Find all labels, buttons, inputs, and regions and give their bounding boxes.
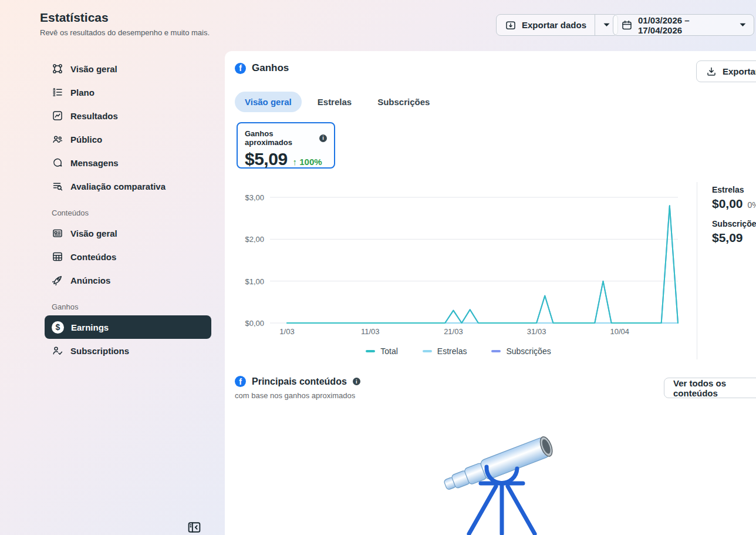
sidebar-item-anuncios[interactable]: Anúncios [45,268,211,292]
stars-line-swatch [423,350,432,352]
facebook-icon: f [235,63,246,74]
calendar-icon [621,19,633,31]
page-subtitle: Revê os resultados do desempenho e muito… [40,28,210,37]
tab-label: Estrelas [318,97,352,107]
stars-value: $0,00 [712,197,743,211]
sidebar-item-earnings[interactable]: $ Earnings [45,315,211,339]
svg-text:$0,00: $0,00 [245,319,264,328]
nav-label: Conteúdos [70,252,116,262]
chat-icon [52,157,63,169]
earnings-line-chart[interactable]: $0,00$1,00$2,00$3,001/0311/0321/0331/031… [232,190,684,338]
metric-label: Ganhos aproximados [245,129,316,147]
subscriptions-label: Subscrições [712,219,756,228]
top-content-header: f Principais conteúdos i [235,376,360,387]
person-check-icon [52,345,63,356]
info-icon[interactable]: i [353,378,360,385]
export-data-label: Exportar dados [522,20,586,30]
nav-label: Anúncios [70,275,110,285]
sidebar-section-conteudos: Conteúdos [45,205,211,221]
vertical-divider [697,182,697,359]
insights-page: Estatísticas Revê os resultados do desem… [0,0,756,535]
legend-item-estrelas[interactable]: Estrelas [423,346,467,356]
approximate-earnings-card[interactable]: Ganhos aproximados i $5,09 ↑ 100% [237,122,335,169]
svg-text:$1,00: $1,00 [245,277,264,286]
sidebar-item-resultados[interactable]: Resultados [45,104,211,127]
nav-label: Visão geral [70,64,117,74]
svg-text:$3,00: $3,00 [245,193,264,202]
metric-value: $5,09 [245,149,288,169]
sidebar-section-ganhos: Ganhos [45,299,211,315]
facebook-icon: f [235,376,246,387]
view-all-content-button[interactable]: Ver todos os conteúdos [664,378,756,398]
legend-label: Total [380,346,398,356]
list-search-icon [52,180,63,192]
metric-delta: ↑ 100% [293,157,322,167]
sidebar-item-visao-geral[interactable]: Visão geral [45,57,211,80]
dollar-coin-icon: $ [52,321,64,334]
tab-label: Subscrições [377,97,430,107]
arrow-up-icon: ↑ [293,157,298,167]
sidebar-item-plano[interactable]: Plano [45,80,211,104]
tab-estrelas[interactable]: Estrelas [308,92,362,112]
nav-label: Mensagens [70,158,119,168]
tab-subscricoes[interactable]: Subscrições [367,92,440,112]
nav-label: Visão geral [70,228,117,238]
nav-label: Plano [70,88,95,97]
subscriptions-value: $5,09 [712,231,743,245]
caret-down-icon [603,23,610,27]
card-icon [52,227,63,239]
download-icon [706,66,717,78]
people-icon [52,133,63,145]
legend-label: Estrelas [437,346,467,356]
svg-text:11/03: 11/03 [361,327,380,336]
chart-square-icon [52,110,63,122]
numbered-list-icon [52,86,63,98]
top-content-subtitle: com base nos ganhos aproximados [235,391,355,400]
svg-text:31/03: 31/03 [527,327,546,336]
stars-delta: 0% [748,200,756,210]
stars-label: Estrelas [712,185,756,194]
sidebar-item-conteudos-visao-geral[interactable]: Visão geral [45,221,211,245]
earnings-tabs: Visão geral Estrelas Subscrições [235,92,440,112]
export-button[interactable]: Exportar [696,60,756,82]
collapse-sidebar-button[interactable] [187,520,202,535]
nav-label: Resultados [70,111,118,121]
chart-legend: Total Estrelas Subscrições [232,346,684,356]
export-data-button[interactable]: Exportar dados [497,15,595,35]
caret-down-icon [740,23,746,27]
export-box-icon [505,19,517,31]
top-content-title: Principais conteúdos [252,376,347,387]
date-range-label: 01/03/2026 – 17/04/2026 [638,15,734,35]
total-line-swatch [366,350,375,352]
legend-label: Subscrições [506,346,551,356]
page-title: Estatísticas [40,11,109,25]
breakdown-stats: Estrelas $0,00 0% Subscrições $5,09 [712,183,756,253]
tab-visao-geral[interactable]: Visão geral [235,92,302,112]
subscriptions-line-swatch [491,350,501,352]
sidebar-item-subscriptions[interactable]: Subscriptions [45,339,211,362]
export-label: Exportar [723,66,756,76]
legend-item-subscricoes[interactable]: Subscrições [491,346,551,356]
telescope-illustration [436,412,571,535]
info-icon[interactable]: i [319,134,327,142]
earnings-title: Ganhos [252,62,289,74]
view-all-label: Ver todos os conteúdos [673,378,756,398]
nodes-icon [52,63,63,75]
sidebar-nav: Visão geral Plano Resultados Público Men… [45,57,211,362]
svg-text:21/03: 21/03 [444,327,463,336]
nav-label: Público [70,134,102,144]
svg-text:$2,00: $2,00 [245,235,264,244]
export-data-split-button[interactable]: Exportar dados [496,14,618,36]
nav-label: Avaliação comparativa [70,181,166,191]
sidebar-item-conteudos[interactable]: Conteúdos [45,245,211,268]
legend-item-total[interactable]: Total [366,346,398,356]
svg-text:10/04: 10/04 [610,327,630,336]
tab-label: Visão geral [245,97,292,107]
sidebar-item-publico[interactable]: Público [45,127,211,151]
nav-label: Earnings [71,322,109,332]
sidebar-item-mensagens[interactable]: Mensagens [45,151,211,174]
sidebar-item-avaliacao-comparativa[interactable]: Avaliação comparativa [45,174,211,198]
date-range-button[interactable]: 01/03/2026 – 17/04/2026 [613,14,754,36]
table-icon [52,251,63,263]
svg-text:1/03: 1/03 [279,327,294,336]
